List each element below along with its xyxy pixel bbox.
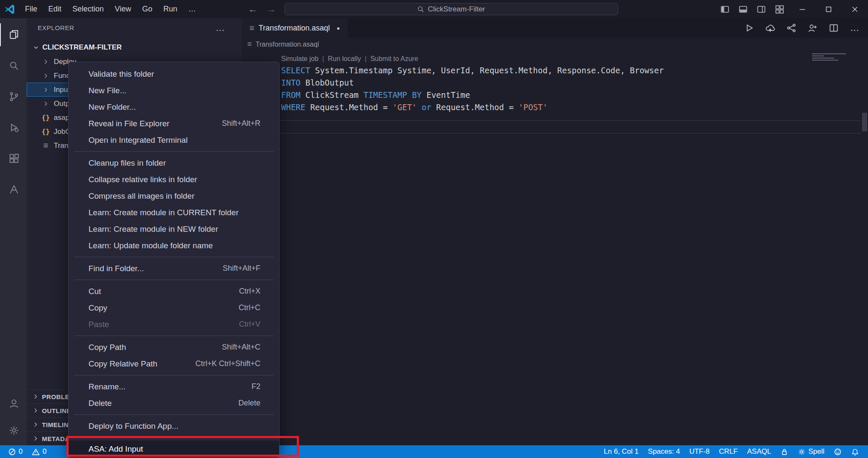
explorer-icon[interactable] [0, 23, 27, 46]
split-editor-icon[interactable] [828, 22, 839, 33]
status-language-mode[interactable]: ASAQL [742, 445, 776, 458]
nav-arrows: ← → [248, 0, 276, 18]
menu-item-label: Copy Relative Path [88, 359, 158, 369]
menubar-item-run[interactable]: Run [158, 0, 183, 18]
context-menu-item-copy-relative-path[interactable]: Copy Relative PathCtrl+K Ctrl+Shift+C [69, 355, 279, 372]
maximize-button[interactable] [815, 0, 842, 18]
menubar-more-icon[interactable]: … [183, 0, 202, 18]
menu-item-label: Cleanup files in folder [88, 158, 166, 168]
codelens-divider: | [322, 55, 324, 63]
context-menu-item-deploy-to-function-app[interactable]: Deploy to Function App... [69, 418, 279, 434]
context-menu-item-rename[interactable]: Rename...F2 [69, 378, 279, 395]
context-menu-item-new-folder[interactable]: New Folder... [69, 99, 279, 115]
context-menu-item-asa-add-input[interactable]: ASA: Add Input [69, 441, 279, 457]
titlebar: FileEditSelectionViewGoRun… ← → ClickStr… [0, 0, 868, 18]
section-label: OUTLINE [42, 407, 71, 414]
menu-item-shortcut: Shift+Alt+F [223, 264, 260, 273]
status-lock[interactable] [776, 445, 793, 458]
codelens-simulate-job[interactable]: Simulate job [281, 55, 318, 63]
command-center-search[interactable]: ClickStream-Filter [285, 3, 618, 15]
status-indentation[interactable]: Spaces: 4 [643, 445, 685, 458]
menubar-item-file[interactable]: File [19, 0, 43, 18]
toggle-panel-icon[interactable] [738, 4, 749, 15]
context-menu-item-delete[interactable]: DeleteDelete [69, 395, 279, 411]
codelens-run-locally[interactable]: Run locally [328, 55, 361, 63]
sidebar-title: EXPLORER [38, 24, 75, 31]
status-feedback[interactable] [829, 445, 846, 458]
menu-item-label: ASA: Add Input [88, 444, 143, 454]
context-menu-item-compress-all-images-in-folder[interactable]: Compress all images in folder [69, 188, 279, 204]
settings-icon[interactable] [0, 419, 27, 442]
status-encoding[interactable]: UTF-8 [685, 445, 714, 458]
code-editor[interactable]: Simulate job|Run locally|Submit to Azure… [242, 51, 868, 445]
context-menu-item-new-file[interactable]: New File... [69, 82, 279, 99]
menubar-item-edit[interactable]: Edit [43, 0, 67, 18]
chevron-right-icon [32, 393, 39, 400]
breadcrumb[interactable]: ≡ Transformation.asaql [242, 38, 868, 51]
layout-controls [719, 0, 785, 18]
context-menu-item-learn-create-module-in-new-folder[interactable]: Learn: Create module in NEW folder [69, 221, 279, 237]
status-warnings[interactable]: 0 [27, 445, 51, 458]
simulate-graph-icon[interactable] [786, 22, 797, 33]
accounts-icon[interactable] [0, 392, 27, 415]
submit-to-azure-icon[interactable] [765, 22, 776, 33]
run-debug-icon[interactable] [0, 116, 27, 139]
context-menu-item-cut[interactable]: CutCtrl+X [69, 283, 279, 300]
more-actions-icon[interactable]: … [849, 22, 860, 33]
status-eol-label: CRLF [719, 447, 738, 456]
menubar-item-view[interactable]: View [109, 0, 137, 18]
context-menu-item-open-in-integrated-terminal[interactable]: Open in Integrated Terminal [69, 132, 279, 148]
status-eol[interactable]: CRLF [714, 445, 742, 458]
chevron-right-icon [32, 407, 39, 414]
bell-icon [851, 448, 859, 456]
menu-item-label: Compress all images in folder [88, 192, 194, 201]
context-menu-item-learn-update-module-folder-name[interactable]: Learn: Update module folder name [69, 237, 279, 254]
editor-area: ≡ Transformation.asaql ● … ≡ Transformat… [242, 18, 868, 445]
breadcrumb-item[interactable]: Transformation.asaql [256, 41, 319, 48]
context-menu-item-learn-create-module-in-current-folder[interactable]: Learn: Create module in CURRENT folder [69, 204, 279, 221]
context-menu-item-collapse-relative-links-in-folder[interactable]: Collapse relative links in folder [69, 171, 279, 188]
forward-icon[interactable]: → [267, 4, 276, 15]
error-icon [8, 448, 16, 456]
menubar-item-go[interactable]: Go [137, 0, 158, 18]
azure-icon[interactable] [0, 178, 27, 201]
context-menu-item-copy-path[interactable]: Copy PathShift+Alt+C [69, 339, 279, 355]
context-menu-item-cleanup-files-in-folder[interactable]: Cleanup files in folder [69, 155, 279, 171]
codelens-submit-to-azure[interactable]: Submit to Azure [370, 55, 418, 63]
status-spell-checker[interactable]: Spell [793, 445, 829, 458]
menubar-item-selection[interactable]: Selection [67, 0, 109, 18]
explorer-root-folder[interactable]: CLICKSTREAM-FILTER [27, 40, 242, 55]
source-control-icon[interactable] [0, 85, 27, 108]
menu-item-label: New File... [88, 86, 127, 95]
sidebar-more-actions-icon[interactable]: … [216, 22, 226, 33]
minimize-button[interactable] [789, 0, 815, 18]
extensions-icon[interactable] [0, 147, 27, 170]
search-icon[interactable] [0, 54, 27, 77]
menu-item-label: Learn: Create module in NEW folder [88, 225, 218, 234]
close-button[interactable] [842, 0, 868, 18]
minimap[interactable] [812, 53, 849, 62]
toggle-secondary-sidebar-icon[interactable] [756, 4, 767, 15]
context-menu-item-reveal-in-file-explorer[interactable]: Reveal in File ExplorerShift+Alt+R [69, 115, 279, 132]
run-icon[interactable] [744, 22, 755, 33]
editor-scrollbar[interactable] [862, 113, 867, 131]
window-title: ClickStream-Filter [428, 5, 485, 14]
live-share-icon[interactable] [807, 22, 818, 33]
customize-layout-icon[interactable] [774, 4, 785, 15]
status-cursor-position[interactable]: Ln 6, Col 1 [599, 445, 643, 458]
menu-separator [74, 437, 274, 438]
tab-transformation-asaql[interactable]: ≡ Transformation.asaql ● [242, 18, 348, 38]
back-icon[interactable]: ← [248, 4, 257, 15]
context-menu-item-validate-this-folder[interactable]: Validate this folder [69, 66, 279, 82]
context-menu-item-find-in-folder[interactable]: Find in Folder...Shift+Alt+F [69, 260, 279, 277]
context-menu-item-copy[interactable]: CopyCtrl+C [69, 300, 279, 316]
status-notifications[interactable] [846, 445, 864, 458]
current-line-highlight [243, 120, 861, 133]
chevron-right-icon [41, 72, 50, 79]
modified-dot-icon[interactable]: ● [337, 25, 340, 31]
status-errors[interactable]: 0 [3, 445, 27, 458]
toggle-primary-sidebar-icon[interactable] [719, 4, 730, 15]
menu-separator [74, 336, 274, 336]
sidebar-header: EXPLORER … [27, 18, 242, 37]
menu-item-label: Learn: Update module folder name [88, 241, 213, 250]
